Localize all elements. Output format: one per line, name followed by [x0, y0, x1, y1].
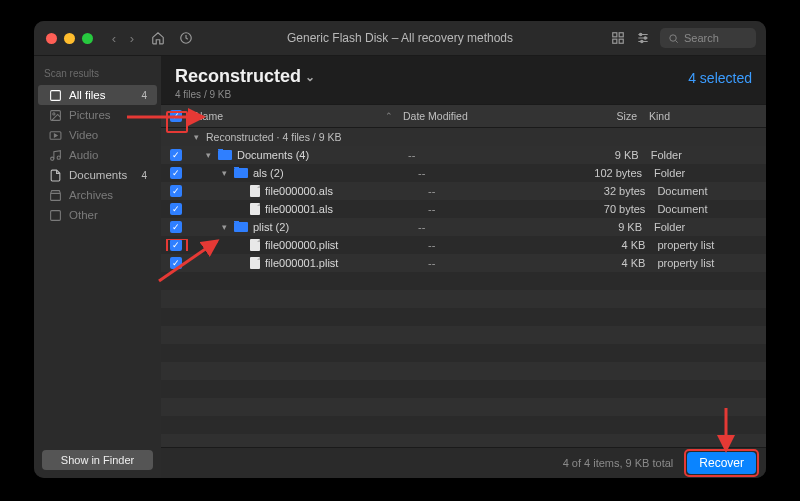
- zoom-icon[interactable]: [82, 33, 93, 44]
- view-mode-icon[interactable]: [610, 31, 626, 45]
- svg-point-10: [641, 40, 643, 42]
- main-panel: Reconstructed ⌄ 4 files / 9 KB 4 selecte…: [161, 56, 766, 478]
- column-name[interactable]: Name ⌃: [191, 110, 403, 122]
- sidebar-item-other[interactable]: Other: [38, 205, 157, 225]
- svg-point-15: [52, 112, 54, 114]
- svg-line-12: [676, 40, 678, 42]
- svg-rect-1: [613, 33, 617, 37]
- kind-cell: Folder: [648, 167, 766, 179]
- file-icon: [250, 239, 260, 251]
- all-icon: [48, 88, 62, 102]
- table-header: ✓ Name ⌃ Date Modified Size Kind: [161, 104, 766, 128]
- empty-row: [161, 380, 766, 398]
- table-row[interactable]: ✓▾plist (2)--9 KBFolder: [161, 218, 766, 236]
- section-row[interactable]: ▾Reconstructed · 4 files / 9 KB: [161, 128, 766, 146]
- show-in-finder-button[interactable]: Show in Finder: [42, 450, 153, 470]
- minimize-icon[interactable]: [64, 33, 75, 44]
- column-kind[interactable]: Kind: [643, 110, 766, 122]
- empty-row: [161, 326, 766, 344]
- file-name: als (2): [253, 167, 284, 179]
- sidebar-item-video[interactable]: Video: [38, 125, 157, 145]
- select-all-checkbox[interactable]: ✓: [161, 110, 191, 122]
- sidebar-item-pictures[interactable]: Pictures: [38, 105, 157, 125]
- file-icon: [250, 185, 260, 197]
- sidebar-item-label: Archives: [69, 189, 113, 201]
- svg-point-18: [57, 156, 60, 159]
- row-checkbox[interactable]: ✓: [170, 185, 182, 197]
- kind-cell: Document: [651, 203, 766, 215]
- forward-button[interactable]: ›: [125, 31, 139, 46]
- folder-icon: [218, 150, 232, 160]
- disclosure-icon[interactable]: ▾: [203, 150, 213, 160]
- table-row[interactable]: ✓file000001.als--70 bytesDocument: [161, 200, 766, 218]
- sidebar-item-label: Video: [69, 129, 98, 141]
- svg-rect-3: [613, 39, 617, 43]
- page-title[interactable]: Reconstructed ⌄: [175, 66, 315, 87]
- date-cell: --: [408, 149, 536, 161]
- close-icon[interactable]: [46, 33, 57, 44]
- size-cell: 4 KB: [549, 239, 652, 251]
- home-icon[interactable]: [151, 31, 165, 45]
- sidebar-item-documents[interactable]: Documents4: [38, 165, 157, 185]
- app-window: ‹ › Generic Flash Disk – All recovery me…: [34, 21, 766, 478]
- sidebar-item-label: Pictures: [69, 109, 111, 121]
- sidebar-item-label: Documents: [69, 169, 127, 181]
- size-cell: 102 bytes: [542, 167, 648, 179]
- settings-icon[interactable]: [636, 31, 650, 45]
- column-date[interactable]: Date Modified: [403, 110, 533, 122]
- back-button[interactable]: ‹: [107, 31, 121, 46]
- empty-row: [161, 290, 766, 308]
- size-cell: 32 bytes: [549, 185, 652, 197]
- date-cell: --: [428, 203, 549, 215]
- file-name: file000001.als: [265, 203, 333, 215]
- sidebar-item-all-files[interactable]: All files4: [38, 85, 157, 105]
- recover-button[interactable]: Recover: [687, 452, 756, 474]
- table-row[interactable]: ✓file000000.als--32 bytesDocument: [161, 182, 766, 200]
- video-icon: [48, 128, 62, 142]
- date-cell: --: [418, 167, 542, 179]
- sidebar-bottom: Show in Finder: [34, 442, 161, 478]
- audio-icon: [48, 148, 62, 162]
- table-row[interactable]: ✓file000001.plist--4 KBproperty list: [161, 254, 766, 272]
- row-checkbox[interactable]: ✓: [170, 167, 182, 179]
- file-list: ▾Reconstructed · 4 files / 9 KB✓▾Documen…: [161, 128, 766, 447]
- svg-point-17: [50, 157, 53, 160]
- row-checkbox[interactable]: ✓: [170, 203, 182, 215]
- row-checkbox[interactable]: ✓: [170, 221, 182, 233]
- history-icon[interactable]: [179, 31, 193, 45]
- empty-row: [161, 398, 766, 416]
- table-row[interactable]: ✓▾als (2)--102 bytesFolder: [161, 164, 766, 182]
- footer-status: 4 of 4 items, 9 KB total: [563, 457, 674, 469]
- sidebar-item-audio[interactable]: Audio: [38, 145, 157, 165]
- empty-row: [161, 272, 766, 290]
- file-name: Documents (4): [237, 149, 309, 161]
- empty-row: [161, 416, 766, 434]
- documents-icon: [48, 168, 62, 182]
- row-checkbox[interactable]: ✓: [170, 149, 182, 161]
- search-input[interactable]: Search: [660, 28, 756, 48]
- disclosure-icon[interactable]: ▾: [219, 222, 229, 232]
- column-size[interactable]: Size: [533, 110, 643, 122]
- svg-point-8: [640, 33, 642, 35]
- kind-cell: Folder: [648, 221, 766, 233]
- size-cell: 4 KB: [549, 257, 652, 269]
- kind-cell: property list: [651, 257, 766, 269]
- sidebar-item-archives[interactable]: Archives: [38, 185, 157, 205]
- footer: 4 of 4 items, 9 KB total Recover: [161, 447, 766, 478]
- sidebar-item-label: Audio: [69, 149, 98, 161]
- row-checkbox[interactable]: ✓: [170, 239, 182, 251]
- titlebar-right: Search: [610, 28, 756, 48]
- svg-point-11: [670, 34, 676, 40]
- file-icon: [250, 257, 260, 269]
- row-checkbox[interactable]: ✓: [170, 257, 182, 269]
- disclosure-icon[interactable]: ▾: [219, 168, 229, 178]
- table-row[interactable]: ✓file000000.plist--4 KBproperty list: [161, 236, 766, 254]
- file-name: file000000.plist: [265, 239, 338, 251]
- search-placeholder: Search: [684, 32, 719, 44]
- table-row[interactable]: ✓▾Documents (4)--9 KBFolder: [161, 146, 766, 164]
- sidebar-item-count: 4: [141, 170, 147, 181]
- svg-rect-20: [50, 210, 60, 220]
- selection-count: 4 selected: [688, 70, 752, 86]
- svg-rect-19: [50, 193, 60, 200]
- pictures-icon: [48, 108, 62, 122]
